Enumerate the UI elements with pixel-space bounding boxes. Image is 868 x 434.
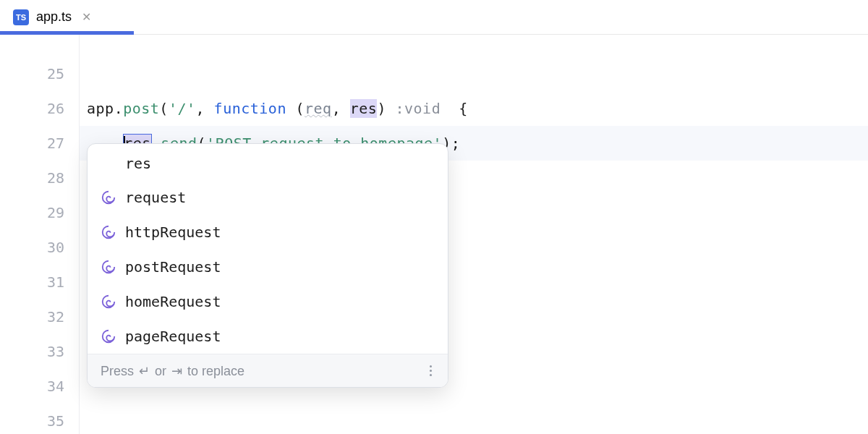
completion-item-label: postRequest [125,258,221,276]
line-number: 25 [0,56,64,91]
param-res-highlight: res [350,99,378,118]
typescript-icon: TS [13,9,29,25]
code-line-25[interactable] [80,56,868,91]
completion-item[interactable]: postRequest [88,250,448,284]
completion-item[interactable]: pageRequest [88,319,448,354]
line-number: 28 [0,161,64,195]
rename-suggestion-icon [101,328,116,344]
editor-tab-bar: TS app.ts ✕ [0,0,868,35]
completion-footer: Press ↵ or ⇥ to replace [88,354,448,387]
line-number: 32 [0,299,64,334]
completion-item[interactable]: request [88,180,448,215]
completion-item-label: homeRequest [125,293,221,310]
completion-popup: resrequesthttpRequestpostRequesthomeRequ… [87,143,448,388]
rename-suggestion-icon [101,190,116,205]
completion-item-label: httpRequest [125,224,221,241]
rename-suggestion-icon [101,294,116,310]
completion-hint: Press ↵ or ⇥ to replace [101,363,244,379]
line-number: 35 [0,404,64,434]
completion-item[interactable]: res [88,144,448,180]
code-line-35[interactable] [80,404,868,434]
tab-app-ts[interactable]: TS app.ts ✕ [0,0,104,34]
line-number: 30 [0,230,64,265]
close-icon[interactable]: ✕ [82,10,91,24]
rename-suggestion-icon [101,259,116,275]
completion-item-label: request [125,189,186,206]
line-number: 26 [0,91,64,126]
completion-item-label: res [125,155,151,172]
line-number: 33 [0,334,64,369]
completion-item[interactable]: homeRequest [88,284,448,319]
line-number: 31 [0,265,64,299]
kebab-menu-icon[interactable] [427,362,435,379]
line-number: 29 [0,195,64,230]
code-line-26[interactable]: app.post('/', function (req, res) :void … [80,91,868,126]
tab-filename: app.ts [36,9,72,25]
completion-item-label: pageRequest [125,328,221,345]
line-number: 27 [0,126,64,161]
line-number-gutter: 252627282930313233343536 [0,35,80,434]
rename-suggestion-icon [101,224,116,240]
code-editor[interactable]: 252627282930313233343536 app.post('/', f… [0,35,868,434]
completion-item[interactable]: httpRequest [88,215,448,250]
line-number: 34 [0,369,64,404]
